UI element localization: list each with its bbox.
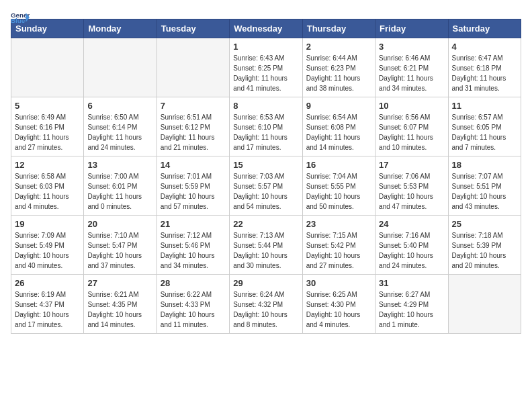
- day-number: 6: [87, 101, 152, 111]
- day-info: Sunrise: 7:00 AM Sunset: 6:01 PM Dayligh…: [87, 171, 152, 212]
- calendar-cell: 25Sunrise: 7:18 AM Sunset: 5:39 PM Dayli…: [448, 216, 521, 275]
- day-number: 13: [87, 160, 152, 170]
- day-info: Sunrise: 6:44 AM Sunset: 6:23 PM Dayligh…: [306, 53, 371, 93]
- day-number: 14: [161, 160, 226, 170]
- calendar-cell: 13Sunrise: 7:00 AM Sunset: 6:01 PM Dayli…: [84, 156, 157, 216]
- calendar-cell: 29Sunrise: 6:24 AM Sunset: 4:32 PM Dayli…: [230, 275, 302, 334]
- calendar-cell: 18Sunrise: 7:07 AM Sunset: 5:51 PM Dayli…: [448, 156, 521, 216]
- calendar-cell: [84, 38, 157, 97]
- calendar-cell: 8Sunrise: 6:53 AM Sunset: 6:10 PM Daylig…: [230, 97, 302, 156]
- day-info: Sunrise: 7:07 AM Sunset: 5:51 PM Dayligh…: [452, 171, 517, 212]
- weekday-header: Tuesday: [157, 19, 229, 38]
- day-info: Sunrise: 6:43 AM Sunset: 6:25 PM Dayligh…: [233, 53, 298, 93]
- day-info: Sunrise: 6:25 AM Sunset: 4:30 PM Dayligh…: [306, 289, 371, 330]
- day-number: 24: [379, 219, 444, 229]
- calendar-cell: [11, 38, 84, 97]
- day-number: 31: [379, 278, 444, 288]
- weekday-header: Friday: [375, 19, 448, 38]
- calendar-cell: 19Sunrise: 7:09 AM Sunset: 5:49 PM Dayli…: [11, 216, 84, 275]
- day-info: Sunrise: 7:16 AM Sunset: 5:40 PM Dayligh…: [379, 230, 444, 271]
- calendar-table: SundayMondayTuesdayWednesdayThursdayFrid…: [11, 19, 521, 334]
- calendar-cell: 10Sunrise: 6:56 AM Sunset: 6:07 PM Dayli…: [375, 97, 448, 156]
- calendar-cell: 12Sunrise: 6:58 AM Sunset: 6:03 PM Dayli…: [11, 156, 84, 216]
- calendar-cell: 26Sunrise: 6:19 AM Sunset: 4:37 PM Dayli…: [11, 275, 84, 334]
- calendar-week-row: 26Sunrise: 6:19 AM Sunset: 4:37 PM Dayli…: [11, 275, 521, 334]
- calendar-cell: 16Sunrise: 7:04 AM Sunset: 5:55 PM Dayli…: [302, 156, 375, 216]
- calendar-cell: 21Sunrise: 7:12 AM Sunset: 5:46 PM Dayli…: [157, 216, 229, 275]
- day-info: Sunrise: 6:50 AM Sunset: 6:14 PM Dayligh…: [87, 112, 152, 152]
- calendar-week-row: 12Sunrise: 6:58 AM Sunset: 6:03 PM Dayli…: [11, 156, 521, 216]
- day-number: 7: [161, 101, 226, 111]
- day-info: Sunrise: 6:54 AM Sunset: 6:08 PM Dayligh…: [306, 112, 371, 152]
- calendar-cell: 31Sunrise: 6:27 AM Sunset: 4:29 PM Dayli…: [375, 275, 448, 334]
- calendar-cell: 1Sunrise: 6:43 AM Sunset: 6:25 PM Daylig…: [230, 38, 302, 97]
- day-number: 20: [87, 219, 152, 229]
- day-info: Sunrise: 6:56 AM Sunset: 6:07 PM Dayligh…: [379, 112, 444, 152]
- day-info: Sunrise: 7:15 AM Sunset: 5:42 PM Dayligh…: [306, 230, 371, 271]
- calendar-header-row: SundayMondayTuesdayWednesdayThursdayFrid…: [11, 19, 521, 38]
- day-info: Sunrise: 6:51 AM Sunset: 6:12 PM Dayligh…: [161, 112, 226, 152]
- calendar-cell: 24Sunrise: 7:16 AM Sunset: 5:40 PM Dayli…: [375, 216, 448, 275]
- weekday-header: Wednesday: [230, 19, 302, 38]
- calendar-cell: 23Sunrise: 7:15 AM Sunset: 5:42 PM Dayli…: [302, 216, 375, 275]
- day-number: 10: [379, 101, 444, 111]
- weekday-header: Thursday: [302, 19, 375, 38]
- day-number: 9: [306, 101, 371, 111]
- day-info: Sunrise: 6:24 AM Sunset: 4:32 PM Dayligh…: [233, 289, 298, 330]
- calendar-week-row: 19Sunrise: 7:09 AM Sunset: 5:49 PM Dayli…: [11, 216, 521, 275]
- day-number: 8: [233, 101, 298, 111]
- day-info: Sunrise: 6:58 AM Sunset: 6:03 PM Dayligh…: [15, 171, 80, 212]
- calendar-cell: 4Sunrise: 6:47 AM Sunset: 6:18 PM Daylig…: [448, 38, 521, 97]
- calendar-cell: 2Sunrise: 6:44 AM Sunset: 6:23 PM Daylig…: [302, 38, 375, 97]
- day-number: 2: [306, 42, 371, 52]
- day-info: Sunrise: 7:03 AM Sunset: 5:57 PM Dayligh…: [233, 171, 298, 212]
- day-number: 17: [379, 160, 444, 170]
- calendar-cell: 30Sunrise: 6:25 AM Sunset: 4:30 PM Dayli…: [302, 275, 375, 334]
- calendar-cell: 17Sunrise: 7:06 AM Sunset: 5:53 PM Dayli…: [375, 156, 448, 216]
- day-info: Sunrise: 7:18 AM Sunset: 5:39 PM Dayligh…: [452, 230, 517, 271]
- calendar-cell: 3Sunrise: 6:46 AM Sunset: 6:21 PM Daylig…: [375, 38, 448, 97]
- calendar-cell: 9Sunrise: 6:54 AM Sunset: 6:08 PM Daylig…: [302, 97, 375, 156]
- day-number: 21: [161, 219, 226, 229]
- day-info: Sunrise: 7:06 AM Sunset: 5:53 PM Dayligh…: [379, 171, 444, 212]
- calendar-cell: 6Sunrise: 6:50 AM Sunset: 6:14 PM Daylig…: [84, 97, 157, 156]
- calendar-cell: 11Sunrise: 6:57 AM Sunset: 6:05 PM Dayli…: [448, 97, 521, 156]
- day-info: Sunrise: 7:12 AM Sunset: 5:46 PM Dayligh…: [161, 230, 226, 271]
- day-number: 19: [15, 219, 80, 229]
- calendar-cell: [448, 275, 521, 334]
- day-number: 28: [161, 278, 226, 288]
- calendar-cell: 27Sunrise: 6:21 AM Sunset: 4:35 PM Dayli…: [84, 275, 157, 334]
- calendar-cell: 22Sunrise: 7:13 AM Sunset: 5:44 PM Dayli…: [230, 216, 302, 275]
- weekday-header: Saturday: [448, 19, 521, 38]
- day-number: 29: [233, 278, 298, 288]
- day-info: Sunrise: 7:09 AM Sunset: 5:49 PM Dayligh…: [15, 230, 80, 271]
- day-number: 22: [233, 219, 298, 229]
- calendar-week-row: 1Sunrise: 6:43 AM Sunset: 6:25 PM Daylig…: [11, 38, 521, 97]
- calendar-cell: 5Sunrise: 6:49 AM Sunset: 6:16 PM Daylig…: [11, 97, 84, 156]
- logo-icon: General Blue: [11, 11, 30, 24]
- day-info: Sunrise: 6:46 AM Sunset: 6:21 PM Dayligh…: [379, 53, 444, 93]
- day-info: Sunrise: 6:47 AM Sunset: 6:18 PM Dayligh…: [452, 53, 517, 93]
- weekday-header: Monday: [84, 19, 157, 38]
- day-info: Sunrise: 6:49 AM Sunset: 6:16 PM Dayligh…: [15, 112, 80, 152]
- day-number: 1: [233, 42, 298, 52]
- day-info: Sunrise: 6:27 AM Sunset: 4:29 PM Dayligh…: [379, 289, 444, 330]
- day-info: Sunrise: 6:57 AM Sunset: 6:05 PM Dayligh…: [452, 112, 517, 152]
- day-info: Sunrise: 7:01 AM Sunset: 5:59 PM Dayligh…: [161, 171, 226, 212]
- calendar-cell: [157, 38, 229, 97]
- calendar-cell: 14Sunrise: 7:01 AM Sunset: 5:59 PM Dayli…: [157, 156, 229, 216]
- day-number: 15: [233, 160, 298, 170]
- calendar-cell: 15Sunrise: 7:03 AM Sunset: 5:57 PM Dayli…: [230, 156, 302, 216]
- day-number: 11: [452, 101, 517, 111]
- day-number: 12: [15, 160, 80, 170]
- day-info: Sunrise: 7:10 AM Sunset: 5:47 PM Dayligh…: [87, 230, 152, 271]
- day-number: 30: [306, 278, 371, 288]
- calendar-week-row: 5Sunrise: 6:49 AM Sunset: 6:16 PM Daylig…: [11, 97, 521, 156]
- day-number: 18: [452, 160, 517, 170]
- day-number: 25: [452, 219, 517, 229]
- day-number: 23: [306, 219, 371, 229]
- calendar-cell: 7Sunrise: 6:51 AM Sunset: 6:12 PM Daylig…: [157, 97, 229, 156]
- day-info: Sunrise: 6:53 AM Sunset: 6:10 PM Dayligh…: [233, 112, 298, 152]
- day-info: Sunrise: 7:13 AM Sunset: 5:44 PM Dayligh…: [233, 230, 298, 271]
- day-info: Sunrise: 7:04 AM Sunset: 5:55 PM Dayligh…: [306, 171, 371, 212]
